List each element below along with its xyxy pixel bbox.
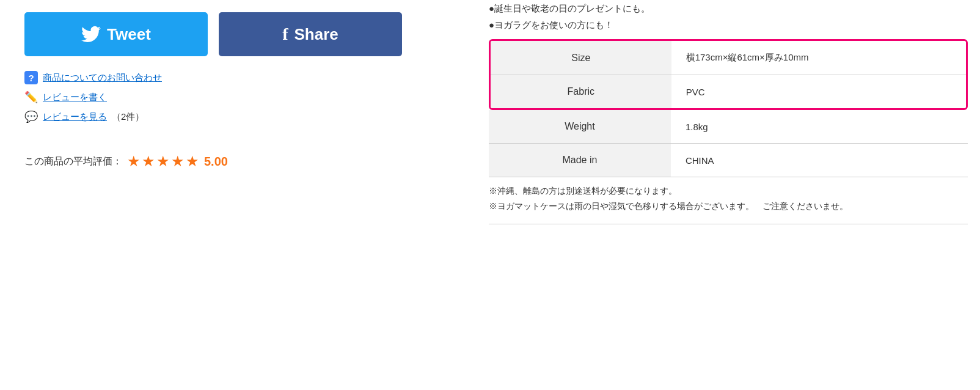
bullet-1: ●誕生日や敬老の日のプレゼントにも。 [489,0,968,17]
write-review-link-item: ✏️ レビューを書く [24,90,452,104]
rating-section: この商品の平均評価： ★ ★ ★ ★ ★ 5.00 [24,153,452,170]
view-review-link-item: 💬 レビューを見る （2件） [24,110,452,123]
tweet-label: Tweet [107,25,151,44]
facebook-icon: f [282,24,288,44]
rating-value: 5.00 [204,155,228,169]
inquiry-icon: ? [24,71,38,84]
star-4: ★ [171,153,185,170]
spec-table-inner: Size 横173cm×縦61cm×厚み10mm Fabric PVC [491,41,966,108]
note-2: ※ヨガマットケースは雨の日や湿気で色移りする場合がございます。 ご注意くださいま… [489,199,968,214]
note-1: ※沖縄、離島の方は別途送料が必要になります。 [489,183,968,199]
write-review-link[interactable]: レビューを書く [43,92,107,103]
star-3: ★ [156,153,170,170]
inquiry-link[interactable]: 商品についてのお問い合わせ [43,72,162,84]
size-value: 横173cm×縦61cm×厚み10mm [671,41,966,75]
table-row-fabric: Fabric PVC [491,75,966,109]
table-row-made-in: Made in CHINA [489,144,968,177]
outer-spec-table: Weight 1.8kg Made in CHINA [489,110,968,177]
star-1: ★ [127,153,141,170]
weight-value: 1.8kg [671,110,968,144]
view-review-icon: 💬 [24,110,38,123]
links-section: ? 商品についてのお問い合わせ ✏️ レビューを書く 💬 レビューを見る （2件… [24,71,452,123]
stars: ★ ★ ★ ★ ★ [127,153,199,170]
review-count: （2件） [112,111,144,123]
made-in-label: Made in [489,144,671,177]
weight-label: Weight [489,110,671,144]
notes-section: ※沖縄、離島の方は別途送料が必要になります。 ※ヨガマットケースは雨の日や湿気で… [489,183,968,214]
made-in-value: CHINA [671,144,968,177]
twitter-icon [81,24,101,44]
bottom-divider [489,224,968,224]
social-buttons: Tweet f Share [24,12,452,56]
bullet-2: ●ヨガラグをお使いの方にも！ [489,17,968,33]
left-panel: Tweet f Share ? 商品についてのお問い合わせ ✏️ レビューを書く… [0,0,477,390]
fabric-label: Fabric [491,75,671,109]
table-row-weight: Weight 1.8kg [489,110,968,144]
share-button[interactable]: f Share [219,12,402,56]
share-label: Share [294,25,338,44]
star-2: ★ [142,153,155,170]
bullets: ●誕生日や敬老の日のプレゼントにも。 ●ヨガラグをお使いの方にも！ [489,0,968,33]
view-review-link[interactable]: レビューを見る [43,111,107,123]
size-label: Size [491,41,671,75]
table-row-size: Size 横173cm×縦61cm×厚み10mm [491,41,966,75]
star-5: ★ [186,153,199,170]
fabric-value: PVC [671,75,966,109]
write-review-icon: ✏️ [24,90,38,104]
right-panel: ●誕生日や敬老の日のプレゼントにも。 ●ヨガラグをお使いの方にも！ Size 横… [477,0,980,390]
bordered-spec-table: Size 横173cm×縦61cm×厚み10mm Fabric PVC [489,39,968,110]
rating-label: この商品の平均評価： [24,155,122,168]
tweet-button[interactable]: Tweet [24,12,208,56]
inquiry-link-item: ? 商品についてのお問い合わせ [24,71,452,84]
